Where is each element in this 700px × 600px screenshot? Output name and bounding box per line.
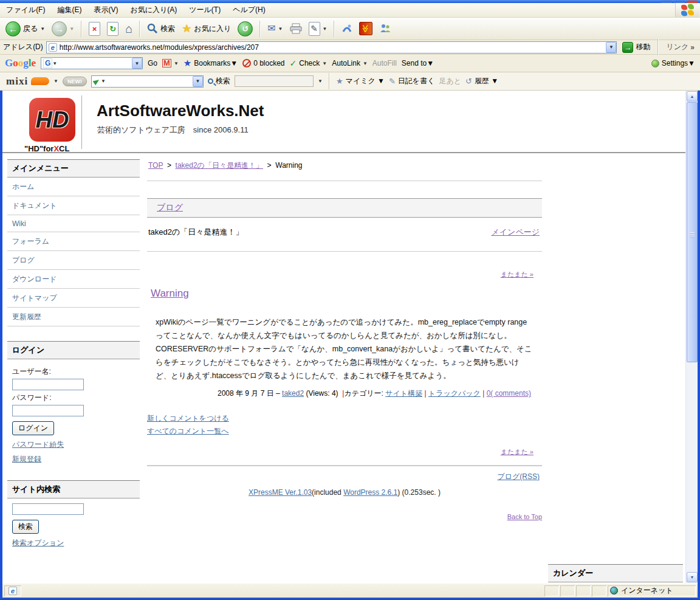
- google-combo-arrow[interactable]: ▼: [132, 58, 142, 69]
- mail-dropdown-icon[interactable]: ▼: [278, 26, 283, 32]
- mail-button[interactable]: ✉ ▼: [266, 22, 284, 35]
- post-title-link[interactable]: Warning: [151, 288, 189, 299]
- sendto-button[interactable]: Send to▼: [402, 59, 434, 67]
- history-button[interactable]: ↺: [236, 20, 255, 38]
- lost-password-link[interactable]: パスワード紛失: [12, 440, 135, 450]
- comments-link[interactable]: 0( comments): [487, 389, 531, 398]
- breadcrumb-blog-link[interactable]: taked2の「日々是精進！」: [176, 161, 263, 170]
- home-button[interactable]: ⌂: [123, 21, 134, 36]
- scrollbar-thumb[interactable]: [687, 102, 698, 362]
- blog-title-row: taked2の「日々是精進！」 メインページ: [147, 218, 542, 252]
- sidebar-item-7[interactable]: 更新履歴: [7, 308, 140, 326]
- links-toolbar[interactable]: リンク »: [664, 42, 697, 52]
- blog-module-link[interactable]: ブログ: [157, 202, 183, 212]
- breadcrumb-top-link[interactable]: TOP: [148, 161, 163, 170]
- edit-icon: ✎: [309, 22, 320, 36]
- sidebar-item-1[interactable]: ドキュメント: [7, 196, 140, 215]
- site-subtitle: 芸術的ソフトウェア工房 since 2006.9.11: [97, 125, 249, 136]
- mixi-search-button[interactable]: 検索: [208, 76, 230, 86]
- next-post-link-bottom[interactable]: またまた »: [501, 448, 534, 455]
- edit-dropdown-icon[interactable]: ▼: [323, 26, 328, 32]
- sidebar-item-2[interactable]: Wiki: [7, 215, 140, 232]
- forward-button[interactable]: → ▼: [50, 20, 76, 38]
- flashget-button[interactable]: ≫: [357, 21, 374, 36]
- mymixi-button[interactable]: ★ マイミク ▼: [336, 76, 385, 86]
- messenger-button[interactable]: [340, 22, 354, 35]
- mixi-secondary-dropdown-icon[interactable]: ▼: [318, 78, 323, 84]
- settings-button[interactable]: Settings▼: [651, 59, 695, 67]
- search-button[interactable]: 検索: [145, 22, 177, 35]
- refresh-button[interactable]: ↻: [105, 21, 120, 37]
- toolbar-separator: [81, 21, 82, 37]
- username-label: ユーザー名:: [12, 367, 135, 377]
- xpressme-link[interactable]: XPressME Ver.1.03: [249, 488, 312, 497]
- vertical-scrollbar[interactable]: ▲ ▼: [685, 91, 698, 583]
- google-search-dropdown-icon[interactable]: ▼: [52, 61, 57, 66]
- sidebar-item-4[interactable]: ブログ: [7, 251, 140, 270]
- main-page-link[interactable]: メインページ: [491, 227, 540, 238]
- scroll-up-button[interactable]: ▲: [687, 91, 698, 102]
- edit-button[interactable]: ✎ ▼: [307, 21, 329, 37]
- autolink-label: AutoLink: [332, 59, 360, 67]
- register-link[interactable]: 新規登録: [12, 454, 135, 464]
- wordpress-link[interactable]: WordPress 2.6.1: [343, 488, 397, 497]
- next-post-link[interactable]: またまた »: [501, 271, 534, 278]
- gmail-button[interactable]: M ▼: [162, 59, 179, 67]
- site-logo[interactable]: HD: [29, 98, 75, 142]
- write-diary-button[interactable]: ✎ 日記を書く: [389, 76, 434, 86]
- menu-item-2[interactable]: 表示(V): [94, 5, 118, 15]
- sidebar-item-0[interactable]: ホーム: [7, 178, 140, 196]
- check-dropdown-icon[interactable]: ▼: [322, 61, 327, 66]
- mixi-search-input[interactable]: ▼ ▼: [91, 75, 204, 88]
- trackback-link[interactable]: トラックバック: [428, 389, 481, 398]
- site-search-button[interactable]: 検索: [12, 520, 39, 534]
- mixi-combo-arrow[interactable]: ▼: [193, 76, 203, 87]
- post-meta: 2008 年 9 月 7 日 – taked2 (Views: 4) |カテゴリ…: [147, 388, 531, 399]
- login-button[interactable]: ログイン: [12, 421, 54, 435]
- username-field[interactable]: [12, 379, 84, 390]
- blog-module-header: ブログ: [147, 198, 542, 218]
- sidebar-item-6[interactable]: サイトマップ: [7, 289, 140, 308]
- sidebar-item-5[interactable]: ダウンロード: [7, 270, 140, 289]
- go-button[interactable]: → 移動: [620, 41, 653, 53]
- gmail-dropdown-icon[interactable]: ▼: [174, 61, 179, 66]
- popup-blocker-button[interactable]: 0 blocked: [242, 59, 284, 67]
- sidebar-item-3[interactable]: フォーラム: [7, 232, 140, 251]
- msn-messenger-button[interactable]: [377, 22, 393, 35]
- menu-item-0[interactable]: ファイル(F): [6, 5, 45, 15]
- print-button[interactable]: [288, 22, 304, 35]
- all-comments-link[interactable]: すべてのコメント一覧へ: [147, 427, 229, 435]
- stop-icon: ×: [89, 22, 100, 36]
- mixi-dropdown-icon[interactable]: ▼: [53, 78, 58, 84]
- search-options-link[interactable]: 検索オプション: [12, 538, 135, 548]
- bookmarks-button[interactable]: ★ Bookmarks▼: [184, 58, 238, 69]
- calendar-block: カレンダー 2008 年 9 月 月火水木金土日1234567891011121…: [548, 564, 683, 583]
- site-search-input[interactable]: [12, 503, 84, 515]
- mixi-history-button[interactable]: ↺ 履歴 ▼: [465, 76, 498, 86]
- spellcheck-button[interactable]: ✓ Check ▼: [290, 58, 328, 68]
- stop-button[interactable]: ×: [87, 21, 102, 37]
- category-link[interactable]: サイト構築: [385, 389, 422, 398]
- new-comment-link[interactable]: 新しくコメントをつける: [147, 414, 229, 422]
- autolink-dropdown-icon[interactable]: ▼: [363, 61, 368, 66]
- menu-item-3[interactable]: お気に入り(A): [130, 5, 177, 15]
- menu-item-4[interactable]: ツール(T): [189, 5, 221, 15]
- google-search-input[interactable]: G ▼ ▼: [41, 57, 143, 69]
- mixi-new-badge[interactable]: NEW!: [63, 77, 87, 86]
- autolink-button[interactable]: AutoLink ▼: [332, 59, 368, 67]
- menu-item-1[interactable]: 編集(E): [57, 5, 81, 15]
- google-go-button[interactable]: Go: [148, 59, 157, 67]
- address-input[interactable]: e http://www.artsoftwareworks.net/module…: [46, 41, 617, 53]
- blog-rss-link[interactable]: ブログ(RSS): [497, 472, 540, 481]
- mixi-pencil-dropdown-icon[interactable]: ▼: [101, 78, 106, 84]
- address-dropdown-icon[interactable]: ▼: [606, 42, 616, 53]
- menu-item-5[interactable]: ヘルプ(H): [233, 5, 266, 15]
- favorites-button[interactable]: ★ お気に入り: [180, 22, 233, 35]
- breadcrumb: TOP > taked2の「日々是精進！」 > Warning: [147, 153, 542, 181]
- back-button[interactable]: ← 戻る ▼: [4, 20, 47, 38]
- post-author-link[interactable]: taked2: [282, 389, 304, 398]
- password-field[interactable]: [12, 405, 84, 416]
- scroll-down-button[interactable]: ▼: [687, 572, 698, 582]
- back-dropdown-icon[interactable]: ▼: [40, 26, 45, 32]
- back-to-top-link[interactable]: Back to Top: [507, 513, 542, 520]
